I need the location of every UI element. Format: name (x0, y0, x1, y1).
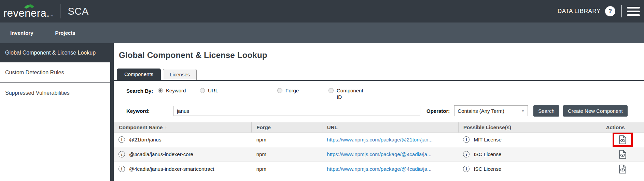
sort-ascending-icon: ↑ (165, 125, 167, 130)
component-url-link[interactable]: https://www.npmjs.com/package/@4cadia/ja… (327, 166, 431, 172)
page-title: Global Component & License Lookup (119, 50, 644, 60)
sidebar-item-suppressed-vulnerabilities[interactable]: Suppressed Vulnerabilities (0, 83, 110, 103)
license-name: ISC License (474, 166, 501, 172)
sidebar-item-label: Global Component & License Lookup (5, 50, 96, 56)
info-icon[interactable]: i (463, 151, 470, 157)
main-content: Global Component & License Lookup Compon… (114, 43, 644, 181)
component-name: @4cadia/janus-indexer-core (129, 151, 193, 157)
search-by-row: Search By: Keyword URL Forge (126, 88, 644, 101)
highlight-box (613, 133, 633, 147)
radio-button-icon (158, 88, 163, 93)
header-divider (621, 5, 622, 17)
logo-divider (60, 4, 60, 18)
operator-select[interactable]: Contains (Any Term) ▼ (454, 105, 528, 116)
trademark-symbol: ™ (50, 15, 53, 18)
nav-item-inventory[interactable]: Inventory (10, 30, 33, 36)
column-header-url[interactable]: URL (322, 122, 458, 133)
table-header-row: Component Name↑ Forge URL Possible Licen… (114, 122, 644, 133)
keyword-row: Keyword: Operator: Contains (Any Term) ▼… (126, 105, 644, 117)
component-url-link[interactable]: https://www.npmjs.com/package/@21torr/ja… (327, 137, 433, 142)
info-icon[interactable]: i (118, 151, 125, 157)
tab-components[interactable]: Components (117, 69, 161, 80)
keyword-label: Keyword: (126, 108, 173, 114)
license-name: MIT License (474, 137, 501, 142)
table-row: i@4cadia/janus-indexer-core npm https://… (114, 147, 644, 162)
radio-button-icon (328, 88, 334, 93)
keyword-input[interactable] (173, 106, 420, 116)
forge-value: npm (252, 132, 322, 147)
column-header-component-name[interactable]: Component Name↑ (114, 122, 252, 133)
header-actions: DATA LIBRARY ? (558, 5, 641, 17)
create-new-component-button[interactable]: Create New Component (563, 105, 628, 117)
operator-selected-value: Contains (Any Term) (458, 108, 504, 114)
forge-value: npm (252, 162, 322, 176)
view-details-icon[interactable] (619, 165, 626, 174)
radio-component-id[interactable]: Component ID (328, 88, 376, 101)
radio-url[interactable]: URL (200, 88, 277, 94)
tab-bar: Components Licenses (114, 69, 644, 81)
hamburger-menu-icon[interactable] (627, 7, 641, 16)
body: Global Component & License Lookup Custom… (0, 43, 644, 181)
chevron-down-icon: ▼ (521, 109, 524, 113)
sidebar-content-divider (110, 43, 114, 181)
search-by-label: Search By: (126, 88, 158, 94)
info-icon[interactable]: i (463, 166, 470, 172)
radio-forge[interactable]: Forge (277, 88, 328, 94)
sidebar-item-label: Custom Detection Rules (5, 70, 64, 76)
product-name: SCA (68, 6, 88, 17)
results-table: Component Name↑ Forge URL Possible Licen… (114, 122, 644, 177)
sidebar-item-custom-detection-rules[interactable]: Custom Detection Rules (0, 62, 110, 83)
license-name: ISC License (474, 151, 501, 157)
column-header-forge[interactable]: Forge (252, 122, 322, 133)
view-details-icon[interactable] (619, 135, 626, 144)
search-button[interactable]: Search (533, 105, 559, 117)
revenera-logo[interactable]: revenera. ™ (3, 4, 53, 18)
component-name: @4cadia/janus-indexer-smartcontract (129, 166, 214, 172)
operator-label: Operator: (426, 108, 450, 114)
tab-licenses[interactable]: Licenses (163, 69, 197, 80)
radio-keyword[interactable]: Keyword (158, 88, 200, 94)
radio-button-icon (200, 88, 205, 93)
sidebar-item-label: Suppressed Vulnerabilities (5, 90, 70, 96)
view-details-icon[interactable] (619, 150, 626, 159)
sidebar: Global Component & License Lookup Custom… (0, 43, 110, 181)
info-icon[interactable]: i (118, 136, 125, 143)
info-icon[interactable]: i (118, 166, 125, 172)
column-header-actions: Actions (601, 122, 644, 133)
data-library-link[interactable]: DATA LIBRARY (558, 8, 601, 15)
help-icon[interactable]: ? (605, 6, 615, 16)
app-window: revenera. ™ SCA DATA LIBRARY ? Inventory… (0, 0, 644, 181)
main-nav: Inventory Projects (0, 22, 644, 43)
forge-value: npm (252, 147, 322, 162)
table-row: i@4cadia/janus-indexer-smartcontract npm… (114, 162, 644, 176)
component-url-link[interactable]: https://www.npmjs.com/package/@4cadia/ja… (327, 151, 431, 157)
app-header: revenera. ™ SCA DATA LIBRARY ? (0, 0, 644, 22)
search-form: Search By: Keyword URL Forge (114, 81, 644, 117)
component-name: @21torr/janus (129, 137, 161, 142)
radio-button-icon (277, 88, 282, 93)
sidebar-item-global-component-license-lookup[interactable]: Global Component & License Lookup (0, 43, 110, 62)
info-icon[interactable]: i (463, 136, 470, 143)
column-header-possible-licenses[interactable]: Possible License(s) (458, 122, 601, 133)
table-row: i@21torr/janus npm https://www.npmjs.com… (114, 132, 644, 147)
nav-item-projects[interactable]: Projects (55, 30, 75, 36)
